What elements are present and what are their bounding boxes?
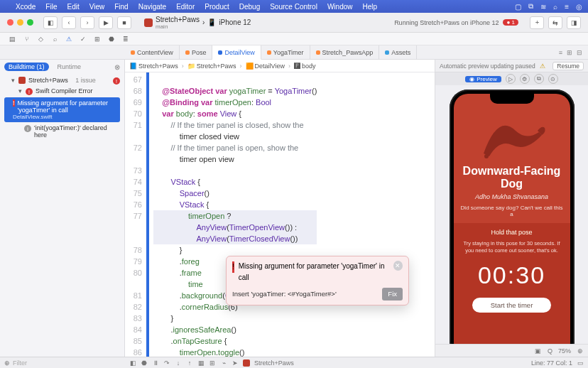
- fixit-insert-text: Insert 'yogaTimer: <#YogaTimer#>': [232, 288, 337, 300]
- filter-field[interactable]: Filter: [13, 359, 27, 367]
- code-area[interactable]: 6768697071727374757677787980818283848586…: [125, 72, 435, 357]
- continue-icon[interactable]: ⏸: [152, 359, 159, 367]
- device-settings-icon[interactable]: ⚙: [520, 74, 530, 84]
- pose-title: Downward-Facing Dog: [454, 165, 570, 190]
- menu-view[interactable]: View: [89, 3, 105, 11]
- spotlight-icon[interactable]: ⌕: [553, 3, 557, 11]
- library-add-button[interactable]: ＋: [530, 16, 544, 29]
- preview-paused-label: Automatic preview updating paused: [440, 63, 535, 70]
- menu-editor[interactable]: Editor: [176, 3, 195, 11]
- test-navigator-icon[interactable]: ✓: [78, 34, 88, 44]
- toggle-bottom-panel-icon[interactable]: ▭: [577, 359, 584, 367]
- buildtime-tab[interactable]: Buildtime (1): [4, 63, 49, 71]
- canvas-zoom-percent[interactable]: 75%: [558, 347, 571, 355]
- filter-icon[interactable]: ⊕: [4, 359, 10, 367]
- tab-detailview[interactable]: DetailView: [212, 45, 261, 60]
- nav-forward-button[interactable]: ›: [80, 16, 94, 29]
- runtime-tab[interactable]: Runtime: [53, 63, 86, 71]
- screen-share-icon[interactable]: ⧉: [528, 2, 533, 11]
- menu-window[interactable]: Window: [327, 3, 353, 11]
- canvas-zoom-out-icon[interactable]: ▣: [535, 347, 542, 355]
- project-issue-group[interactable]: ▾ Stretch+Paws 1 issue !: [3, 75, 121, 86]
- fixit-popover: ! Missing argument for parameter 'yogaTi…: [226, 256, 409, 305]
- navigator-selector-bar: ▤ ⑂ ◇ ⌕ ⚠ ✓ ⊞ ⬣ ≣: [0, 33, 588, 45]
- preview-mode-button[interactable]: ◉ Preview: [465, 76, 501, 82]
- toggle-inspectors-button[interactable]: ◨: [567, 16, 581, 29]
- canvas-zoom-in-icon[interactable]: ⊕: [577, 347, 584, 355]
- editor-options-icon[interactable]: ≡: [559, 49, 562, 56]
- fixit-apply-button[interactable]: Fix: [382, 288, 403, 301]
- symbol-navigator-icon[interactable]: ◇: [36, 34, 45, 44]
- view-debug-icon[interactable]: ▦: [197, 359, 205, 367]
- menu-product[interactable]: Product: [205, 3, 229, 11]
- add-editor-icon[interactable]: ⊟: [577, 49, 582, 56]
- location-icon[interactable]: ➤: [232, 359, 239, 367]
- issue-navigator-icon[interactable]: ⚠: [64, 34, 74, 44]
- menu-edit[interactable]: Edit: [67, 3, 79, 11]
- tab-assets[interactable]: Assets: [379, 45, 417, 59]
- window-minimize-button[interactable]: [17, 19, 23, 26]
- live-preview-icon[interactable]: ▷: [506, 74, 516, 84]
- menu-source-control[interactable]: Source Control: [270, 3, 317, 11]
- window-close-button[interactable]: [7, 19, 13, 26]
- report-navigator-icon[interactable]: ≣: [121, 34, 131, 44]
- selected-error-item[interactable]: ! Missing argument for parameter 'yogaTi…: [4, 97, 120, 122]
- memory-graph-icon[interactable]: ⊞: [209, 359, 216, 367]
- wifi-icon[interactable]: ≋: [540, 3, 546, 11]
- compiler-error-group[interactable]: ▾ ! Swift Compiler Error: [3, 86, 121, 97]
- project-navigator-icon[interactable]: ▤: [7, 34, 17, 44]
- error-count-badge[interactable]: ● 1: [503, 19, 518, 26]
- siri-icon[interactable]: ◎: [576, 3, 582, 11]
- menu-xcode[interactable]: Xcode: [16, 3, 36, 11]
- step-into-icon[interactable]: ↓: [175, 359, 182, 367]
- window-zoom-button[interactable]: [27, 19, 33, 26]
- toggle-navigator-button[interactable]: ◧: [43, 16, 58, 29]
- debug-navigator-icon[interactable]: ⊞: [92, 34, 102, 44]
- breakpoints-icon[interactable]: ⬣: [141, 359, 148, 367]
- preview-resume-button[interactable]: Resume: [552, 62, 584, 70]
- debug-toggle-icon[interactable]: ◧: [129, 359, 136, 367]
- source-control-navigator-icon[interactable]: ⑂: [21, 34, 31, 44]
- duplicate-preview-icon[interactable]: ⧉: [534, 74, 544, 84]
- fixit-close-button[interactable]: ✕: [393, 261, 403, 271]
- tab-stretchpawsapp[interactable]: Stretch_PawsApp: [310, 45, 380, 59]
- cursor-position: Line: 77 Col: 1: [531, 359, 572, 367]
- error-badge-icon: !: [113, 77, 120, 85]
- error-icon: !: [13, 99, 15, 107]
- scheme-selector[interactable]: Stretch+Paws main › 📱 iPhone 12: [144, 16, 251, 30]
- process-name[interactable]: Stretch+Paws: [254, 359, 294, 367]
- app-preview-screen[interactable]: Downward-Facing Dog Adho Mukha Shvanasan…: [454, 94, 570, 344]
- step-over-icon[interactable]: ↷: [163, 359, 170, 367]
- env-overrides-icon[interactable]: ⌁: [220, 359, 227, 367]
- pose-description: Did someone say dog? Can't we call this …: [454, 205, 570, 217]
- nav-back-button[interactable]: ‹: [62, 16, 76, 29]
- timer-value: 00:30: [478, 261, 545, 289]
- preview-inspect-icon[interactable]: ⊙: [548, 74, 558, 84]
- tab-contentview[interactable]: ContentView: [125, 45, 180, 59]
- menu-find[interactable]: Find: [114, 3, 128, 11]
- error-icon: !: [26, 88, 33, 95]
- macos-menubar: Xcode File Edit View Find Navigate Edito…: [0, 0, 588, 13]
- pose-subtitle: Adho Mukha Shvanasana: [475, 193, 548, 200]
- find-navigator-icon[interactable]: ⌕: [50, 34, 60, 44]
- breakpoint-navigator-icon[interactable]: ⬣: [107, 34, 116, 44]
- toggle-code-review-button[interactable]: ⇆: [548, 16, 562, 29]
- fixit-message: Missing argument for parameter 'yogaTime…: [239, 261, 389, 283]
- timer-tip: Try staying in this pose for 30 seconds.…: [461, 240, 563, 254]
- menu-debug[interactable]: Debug: [239, 3, 260, 11]
- step-out-icon[interactable]: ↑: [186, 359, 193, 367]
- menu-help[interactable]: Help: [362, 3, 377, 11]
- stop-button[interactable]: ■: [117, 16, 131, 29]
- error-note-item[interactable]: i 'init(yogaTimer:)' declared here: [3, 123, 121, 140]
- menu-file[interactable]: File: [45, 3, 57, 11]
- adjust-editor-icon[interactable]: ⊞: [567, 49, 572, 56]
- breadcrumb[interactable]: 📘Stretch+Paws› 📁Stretch+Paws› 🟧DetailVie…: [125, 60, 435, 72]
- control-center-icon[interactable]: ≡: [565, 3, 569, 11]
- menu-navigate[interactable]: Navigate: [138, 3, 166, 11]
- start-timer-button[interactable]: Start the timer: [472, 298, 552, 313]
- tab-yogatimer[interactable]: YogaTimer: [261, 45, 310, 59]
- run-button[interactable]: ▶: [99, 16, 113, 29]
- navigator-filter-clear-icon[interactable]: ⊗: [114, 63, 120, 71]
- warning-icon: ⚠︎: [540, 63, 545, 70]
- tab-pose[interactable]: Pose: [180, 45, 213, 59]
